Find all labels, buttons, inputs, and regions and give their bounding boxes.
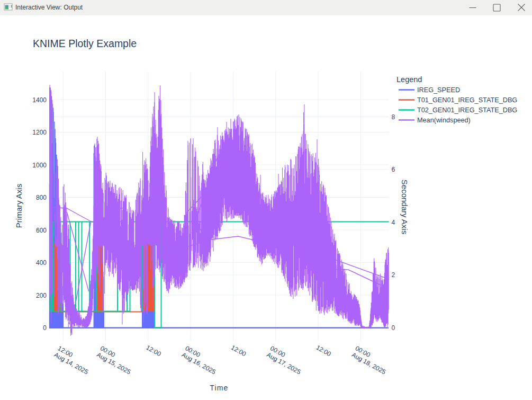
svg-text:800: 800 [36,194,47,201]
svg-text:1000: 1000 [32,162,47,169]
svg-text:12:00: 12:00 [315,344,332,358]
svg-text:6: 6 [392,166,395,173]
svg-text:IREG_SPEED: IREG_SPEED [417,86,460,94]
svg-text:12:00: 12:00 [145,344,162,358]
svg-text:T01_GEN01_IREG_STATE_DBG: T01_GEN01_IREG_STATE_DBG [417,96,517,104]
svg-text:600: 600 [36,227,47,234]
svg-text:1400: 1400 [32,96,47,104]
svg-text:Secondary Axis: Secondary Axis [400,180,409,234]
svg-text:8: 8 [392,113,395,121]
svg-text:400: 400 [36,259,47,266]
svg-text:Mean(windspeed): Mean(windspeed) [417,117,471,124]
svg-text:0: 0 [392,324,395,332]
svg-text:KNIME Plotly Example: KNIME Plotly Example [33,38,137,49]
svg-text:Legend: Legend [396,75,422,84]
svg-text:4: 4 [392,219,395,226]
svg-text:1200: 1200 [32,129,47,136]
svg-text:12:00: 12:00 [230,344,247,358]
svg-text:200: 200 [36,292,47,299]
svg-text:T02_GEN01_IREG_STATE_DBG: T02_GEN01_IREG_STATE_DBG [417,106,517,114]
svg-text:Time: Time [210,384,228,392]
svg-text:0: 0 [43,324,47,332]
svg-text:2: 2 [392,271,395,279]
svg-text:Primary Axis: Primary Axis [14,184,23,228]
